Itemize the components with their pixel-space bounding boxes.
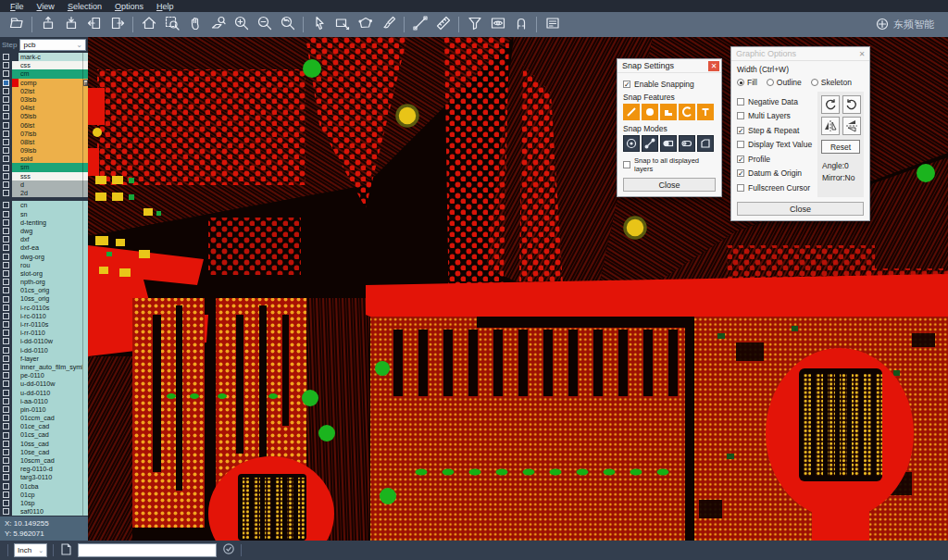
layer-name[interactable]: u-dd-0110 bbox=[19, 389, 82, 397]
snap-feature-line-button[interactable] bbox=[623, 104, 640, 120]
layer-name[interactable]: i-rr-0110s bbox=[19, 320, 82, 329]
layer-name[interactable]: 02lst bbox=[19, 87, 82, 95]
layer-row[interactable]: f-layer bbox=[0, 355, 88, 363]
zoom-dynamic-button[interactable] bbox=[206, 14, 230, 35]
layer-checkbox[interactable] bbox=[0, 95, 12, 104]
layer-checkbox[interactable] bbox=[0, 430, 12, 439]
layer-checkbox[interactable] bbox=[0, 405, 12, 414]
snap-feature-text-button[interactable] bbox=[697, 104, 714, 120]
layer-row[interactable]: u-dd-0110w bbox=[0, 380, 88, 388]
layer-checkbox[interactable] bbox=[0, 312, 12, 320]
menu-file[interactable]: File bbox=[4, 2, 31, 11]
layer-row[interactable]: dxf-ea bbox=[0, 243, 88, 252]
layer-checkbox[interactable] bbox=[0, 414, 12, 422]
layer-name[interactable]: pe-0110 bbox=[19, 371, 82, 380]
layer-checkbox[interactable] bbox=[0, 61, 12, 69]
layer-name[interactable]: reg-0110-d bbox=[19, 465, 82, 473]
layer-row[interactable]: i-rr-0110 bbox=[0, 329, 88, 337]
layer-checkbox[interactable] bbox=[0, 138, 12, 146]
layer-name[interactable]: mark-c bbox=[19, 53, 82, 61]
snap-mode-corner-button[interactable] bbox=[697, 135, 714, 152]
layer-name[interactable]: 10scm_cad bbox=[19, 456, 82, 465]
layer-row[interactable]: comp▦ bbox=[0, 79, 88, 87]
layer-row[interactable]: i-dd-0110 bbox=[0, 346, 88, 355]
layer-checkbox[interactable] bbox=[0, 269, 12, 278]
measure-ruler-button[interactable] bbox=[431, 14, 455, 35]
graphic-checkbox-datum-origin[interactable]: ✓Datum & Origin bbox=[737, 168, 814, 178]
layer-name[interactable]: 01cs_cad bbox=[19, 430, 82, 439]
menu-help[interactable]: Help bbox=[150, 2, 181, 11]
close-icon[interactable]: ✕ bbox=[856, 49, 867, 59]
layer-name[interactable]: npth-org bbox=[19, 278, 82, 286]
layer-name[interactable]: 01ce_cad bbox=[19, 422, 82, 430]
layer-row[interactable]: 03lsb bbox=[0, 95, 88, 104]
snap-feature-pad-button[interactable] bbox=[642, 104, 658, 120]
layer-row[interactable]: dxf bbox=[0, 235, 88, 243]
layer-name[interactable]: sn bbox=[19, 210, 82, 218]
layer-row[interactable]: dwg bbox=[0, 227, 88, 235]
layer-name[interactable]: u-dd-0110w bbox=[19, 380, 82, 388]
layer-name[interactable]: 06lst bbox=[19, 121, 82, 130]
layer-name[interactable]: i-rc-0110s bbox=[19, 304, 82, 312]
layer-row[interactable]: i-rc-0110s bbox=[0, 304, 88, 312]
graphic-checkbox-multi-layers[interactable]: Multi Layers bbox=[737, 111, 814, 120]
layer-row[interactable]: sm bbox=[0, 163, 88, 171]
layer-name[interactable]: dwg-org bbox=[19, 253, 82, 261]
layer-row[interactable]: i-dd-0110w bbox=[0, 337, 88, 345]
layer-name[interactable]: inner_auto_film_symb bbox=[19, 363, 82, 371]
export-button[interactable] bbox=[59, 14, 82, 35]
layer-name[interactable]: d-tenting bbox=[19, 218, 82, 227]
layer-checkbox[interactable] bbox=[0, 253, 12, 261]
layer-name[interactable]: 09lsb bbox=[19, 146, 82, 155]
layer-checkbox[interactable] bbox=[0, 294, 12, 303]
layer-checkbox[interactable] bbox=[0, 304, 12, 312]
layer-name[interactable]: sm bbox=[19, 163, 82, 171]
enable-snapping-checkbox[interactable]: ✓ Enable Snapping bbox=[623, 80, 716, 89]
layer-checkbox[interactable] bbox=[0, 380, 12, 388]
snap-close-button[interactable]: Close bbox=[623, 178, 716, 192]
home-button[interactable] bbox=[137, 14, 160, 35]
layer-name[interactable]: saf0110 bbox=[19, 507, 82, 516]
next-page-button[interactable] bbox=[106, 14, 129, 35]
layer-checkbox[interactable] bbox=[0, 210, 12, 218]
layer-checkbox[interactable] bbox=[0, 53, 12, 61]
layer-name[interactable]: sold bbox=[19, 155, 82, 163]
open-folder-button[interactable] bbox=[5, 14, 28, 35]
layer-name[interactable]: 10sp bbox=[19, 499, 82, 507]
layer-name[interactable]: cn bbox=[19, 201, 82, 209]
filter-button[interactable] bbox=[463, 14, 486, 35]
layer-row[interactable]: 08lst bbox=[0, 138, 88, 146]
layer-name[interactable]: 04lst bbox=[19, 104, 82, 112]
layer-row[interactable]: inner_auto_film_symb bbox=[0, 363, 88, 371]
layer-checkbox[interactable] bbox=[0, 278, 12, 286]
layer-row[interactable]: slot-org bbox=[0, 269, 88, 278]
select-button[interactable] bbox=[307, 14, 331, 35]
layer-name[interactable]: i-rc-0110 bbox=[19, 312, 82, 320]
layer-row[interactable]: cm bbox=[0, 69, 88, 78]
layer-name[interactable]: comp bbox=[19, 79, 82, 87]
layer-name[interactable]: i-dd-0110w bbox=[19, 337, 82, 345]
apply-icon[interactable] bbox=[222, 542, 235, 559]
layer-checkbox[interactable] bbox=[0, 448, 12, 456]
snap-button[interactable] bbox=[509, 14, 532, 35]
layer-checkbox[interactable] bbox=[0, 235, 12, 243]
layer-name[interactable]: 01cba bbox=[19, 482, 82, 491]
layer-checkbox[interactable] bbox=[0, 363, 12, 371]
layer-name[interactable]: 07lsb bbox=[19, 130, 82, 138]
layer-checkbox[interactable] bbox=[0, 172, 12, 180]
layer-row[interactable]: saf0110 bbox=[0, 507, 88, 516]
mirror-horizontal-button[interactable] bbox=[821, 117, 840, 135]
layer-row[interactable]: 07lsb bbox=[0, 130, 88, 138]
layer-name[interactable]: slot-org bbox=[19, 269, 82, 278]
layer-name[interactable]: rou bbox=[19, 261, 82, 269]
layer-row[interactable]: 04lst bbox=[0, 104, 88, 112]
prev-page-button[interactable] bbox=[82, 14, 106, 35]
radio-outline[interactable]: Outline bbox=[767, 78, 802, 87]
select-polygon-button[interactable] bbox=[354, 14, 377, 35]
layer-row[interactable]: targ3-0110 bbox=[0, 473, 88, 481]
layer-name[interactable]: 2d bbox=[19, 189, 82, 197]
snap-all-layers-checkbox[interactable]: Snap to all displayed layers bbox=[623, 156, 716, 173]
snap-mode-slot-button[interactable] bbox=[660, 135, 677, 152]
layer-checkbox[interactable] bbox=[0, 189, 12, 197]
layer-name[interactable]: 01cp bbox=[19, 491, 82, 499]
